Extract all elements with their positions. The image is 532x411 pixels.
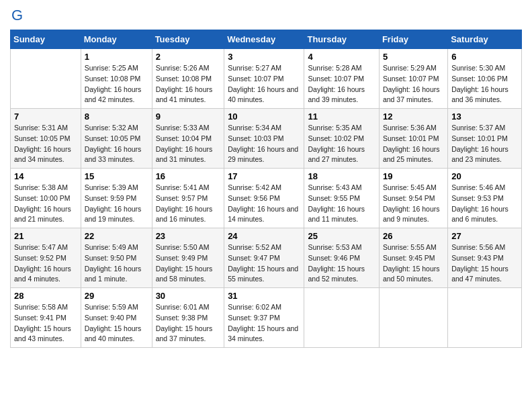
day-info: Sunrise: 5:50 AMSunset: 9:49 PMDaylight:… bbox=[156, 243, 213, 283]
calendar-cell: 16 Sunrise: 5:41 AMSunset: 9:57 PMDaylig… bbox=[152, 169, 224, 228]
day-number: 28 bbox=[14, 291, 77, 301]
day-info: Sunrise: 5:43 AMSunset: 9:55 PMDaylight:… bbox=[308, 183, 365, 223]
day-number: 29 bbox=[85, 291, 148, 301]
day-info: Sunrise: 5:46 AMSunset: 9:53 PMDaylight:… bbox=[451, 183, 508, 223]
day-number: 17 bbox=[228, 171, 300, 181]
calendar-cell: 11 Sunrise: 5:35 AMSunset: 10:02 PMDayli… bbox=[304, 109, 379, 169]
weekday-header: Wednesday bbox=[224, 30, 304, 49]
day-info: Sunrise: 5:38 AMSunset: 10:00 PMDaylight… bbox=[14, 183, 71, 223]
calendar-cell: 26 Sunrise: 5:55 AMSunset: 9:45 PMDaylig… bbox=[379, 228, 447, 288]
calendar-cell: 14 Sunrise: 5:38 AMSunset: 10:00 PMDayli… bbox=[11, 169, 81, 228]
calendar-cell: 4 Sunrise: 5:28 AMSunset: 10:07 PMDaylig… bbox=[304, 49, 379, 109]
day-number: 5 bbox=[383, 52, 444, 62]
calendar-cell: 31 Sunrise: 6:02 AMSunset: 9:37 PMDaylig… bbox=[224, 288, 304, 348]
calendar-cell: 1 Sunrise: 5:25 AMSunset: 10:08 PMDaylig… bbox=[81, 49, 152, 109]
day-number: 16 bbox=[156, 171, 221, 181]
day-info: Sunrise: 5:27 AMSunset: 10:07 PMDaylight… bbox=[228, 64, 298, 103]
page-header: G bbox=[10, 7, 522, 26]
day-info: Sunrise: 5:56 AMSunset: 9:43 PMDaylight:… bbox=[451, 243, 508, 283]
calendar-cell: 21 Sunrise: 5:47 AMSunset: 9:52 PMDaylig… bbox=[11, 228, 81, 288]
day-number: 20 bbox=[451, 171, 518, 181]
day-number: 14 bbox=[14, 171, 77, 181]
calendar-week-row: 7 Sunrise: 5:31 AMSunset: 10:05 PMDaylig… bbox=[11, 109, 522, 169]
day-number: 24 bbox=[228, 231, 300, 241]
calendar-table: SundayMondayTuesdayWednesdayThursdayFrid… bbox=[10, 30, 522, 348]
weekday-header: Sunday bbox=[11, 30, 81, 49]
day-number: 2 bbox=[156, 52, 221, 62]
day-info: Sunrise: 5:58 AMSunset: 9:41 PMDaylight:… bbox=[14, 303, 71, 342]
day-info: Sunrise: 5:25 AMSunset: 10:08 PMDaylight… bbox=[85, 64, 142, 103]
calendar-cell: 10 Sunrise: 5:34 AMSunset: 10:03 PMDayli… bbox=[224, 109, 304, 169]
calendar-cell: 8 Sunrise: 5:32 AMSunset: 10:05 PMDaylig… bbox=[81, 109, 152, 169]
day-number: 19 bbox=[383, 171, 444, 181]
calendar-cell bbox=[379, 288, 447, 348]
day-info: Sunrise: 5:35 AMSunset: 10:02 PMDaylight… bbox=[308, 124, 365, 163]
calendar-week-row: 1 Sunrise: 5:25 AMSunset: 10:08 PMDaylig… bbox=[11, 49, 522, 109]
calendar-cell bbox=[448, 288, 522, 348]
day-number: 25 bbox=[308, 231, 375, 241]
day-number: 23 bbox=[156, 231, 221, 241]
calendar-cell: 2 Sunrise: 5:26 AMSunset: 10:08 PMDaylig… bbox=[152, 49, 224, 109]
calendar-cell: 27 Sunrise: 5:56 AMSunset: 9:43 PMDaylig… bbox=[448, 228, 522, 288]
weekday-header: Friday bbox=[379, 30, 447, 49]
day-info: Sunrise: 5:49 AMSunset: 9:50 PMDaylight:… bbox=[85, 243, 142, 283]
calendar-cell: 3 Sunrise: 5:27 AMSunset: 10:07 PMDaylig… bbox=[224, 49, 304, 109]
calendar-cell: 29 Sunrise: 5:59 AMSunset: 9:40 PMDaylig… bbox=[81, 288, 152, 348]
calendar-cell: 15 Sunrise: 5:39 AMSunset: 9:59 PMDaylig… bbox=[81, 169, 152, 228]
logo-icon: G bbox=[10, 7, 29, 26]
calendar-cell bbox=[11, 49, 81, 109]
calendar-cell: 18 Sunrise: 5:43 AMSunset: 9:55 PMDaylig… bbox=[304, 169, 379, 228]
day-number: 18 bbox=[308, 171, 375, 181]
day-info: Sunrise: 5:39 AMSunset: 9:59 PMDaylight:… bbox=[85, 183, 142, 223]
calendar-week-row: 21 Sunrise: 5:47 AMSunset: 9:52 PMDaylig… bbox=[11, 228, 522, 288]
day-number: 7 bbox=[14, 111, 77, 122]
day-info: Sunrise: 6:02 AMSunset: 9:37 PMDaylight:… bbox=[228, 303, 298, 342]
weekday-header: Tuesday bbox=[152, 30, 224, 49]
day-number: 21 bbox=[14, 231, 77, 241]
day-info: Sunrise: 5:45 AMSunset: 9:54 PMDaylight:… bbox=[383, 183, 440, 223]
day-number: 15 bbox=[85, 171, 148, 181]
calendar-cell: 6 Sunrise: 5:30 AMSunset: 10:06 PMDaylig… bbox=[448, 49, 522, 109]
day-info: Sunrise: 5:52 AMSunset: 9:47 PMDaylight:… bbox=[228, 243, 298, 283]
day-number: 3 bbox=[228, 52, 300, 62]
calendar-cell: 12 Sunrise: 5:36 AMSunset: 10:01 PMDayli… bbox=[379, 109, 447, 169]
calendar-week-row: 14 Sunrise: 5:38 AMSunset: 10:00 PMDayli… bbox=[11, 169, 522, 228]
weekday-header: Thursday bbox=[304, 30, 379, 49]
day-number: 4 bbox=[308, 52, 375, 62]
day-number: 27 bbox=[451, 231, 518, 241]
day-info: Sunrise: 5:32 AMSunset: 10:05 PMDaylight… bbox=[85, 124, 142, 163]
calendar-cell: 23 Sunrise: 5:50 AMSunset: 9:49 PMDaylig… bbox=[152, 228, 224, 288]
day-info: Sunrise: 5:33 AMSunset: 10:04 PMDaylight… bbox=[156, 124, 213, 163]
calendar-cell: 9 Sunrise: 5:33 AMSunset: 10:04 PMDaylig… bbox=[152, 109, 224, 169]
day-info: Sunrise: 5:53 AMSunset: 9:46 PMDaylight:… bbox=[308, 243, 365, 283]
calendar-cell: 28 Sunrise: 5:58 AMSunset: 9:41 PMDaylig… bbox=[11, 288, 81, 348]
day-info: Sunrise: 5:37 AMSunset: 10:01 PMDaylight… bbox=[451, 124, 508, 163]
day-number: 30 bbox=[156, 291, 221, 301]
weekday-header-row: SundayMondayTuesdayWednesdayThursdayFrid… bbox=[11, 30, 522, 49]
calendar-cell bbox=[304, 288, 379, 348]
calendar-cell: 25 Sunrise: 5:53 AMSunset: 9:46 PMDaylig… bbox=[304, 228, 379, 288]
day-number: 1 bbox=[85, 52, 148, 62]
logo: G bbox=[10, 7, 32, 26]
calendar-cell: 7 Sunrise: 5:31 AMSunset: 10:05 PMDaylig… bbox=[11, 109, 81, 169]
day-info: Sunrise: 5:59 AMSunset: 9:40 PMDaylight:… bbox=[85, 303, 142, 342]
calendar-cell: 17 Sunrise: 5:42 AMSunset: 9:56 PMDaylig… bbox=[224, 169, 304, 228]
day-number: 12 bbox=[383, 111, 444, 122]
day-info: Sunrise: 5:42 AMSunset: 9:56 PMDaylight:… bbox=[228, 183, 298, 223]
day-info: Sunrise: 5:29 AMSunset: 10:07 PMDaylight… bbox=[383, 64, 440, 103]
calendar-cell: 22 Sunrise: 5:49 AMSunset: 9:50 PMDaylig… bbox=[81, 228, 152, 288]
day-info: Sunrise: 5:34 AMSunset: 10:03 PMDaylight… bbox=[228, 124, 298, 163]
day-info: Sunrise: 5:28 AMSunset: 10:07 PMDaylight… bbox=[308, 64, 365, 103]
day-number: 13 bbox=[451, 111, 518, 122]
day-info: Sunrise: 5:31 AMSunset: 10:05 PMDaylight… bbox=[14, 124, 71, 163]
day-number: 26 bbox=[383, 231, 444, 241]
calendar-cell: 19 Sunrise: 5:45 AMSunset: 9:54 PMDaylig… bbox=[379, 169, 447, 228]
day-number: 9 bbox=[156, 111, 221, 122]
svg-text:G: G bbox=[11, 7, 23, 24]
day-info: Sunrise: 5:55 AMSunset: 9:45 PMDaylight:… bbox=[383, 243, 440, 283]
calendar-week-row: 28 Sunrise: 5:58 AMSunset: 9:41 PMDaylig… bbox=[11, 288, 522, 348]
weekday-header: Saturday bbox=[448, 30, 522, 49]
day-info: Sunrise: 5:36 AMSunset: 10:01 PMDaylight… bbox=[383, 124, 440, 163]
calendar-cell: 30 Sunrise: 6:01 AMSunset: 9:38 PMDaylig… bbox=[152, 288, 224, 348]
weekday-header: Monday bbox=[81, 30, 152, 49]
